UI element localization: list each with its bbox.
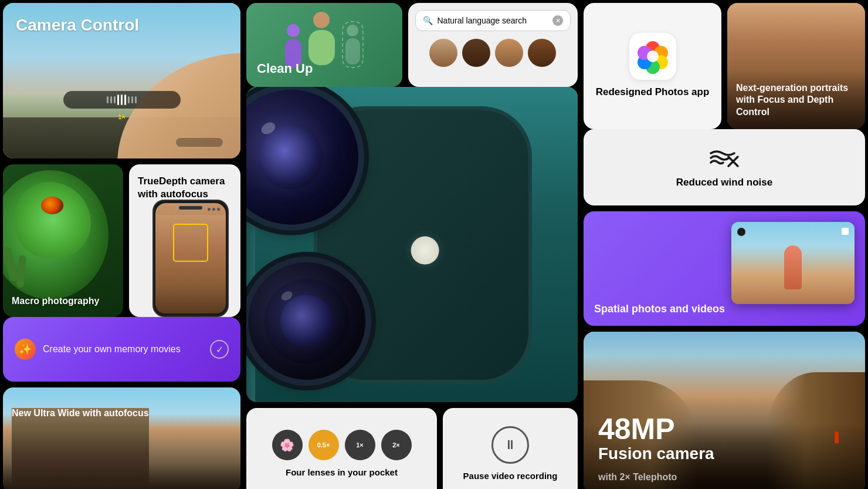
wind-icon (708, 146, 741, 172)
search-icon: 🔍 (423, 16, 433, 25)
photos-flower-icon (634, 38, 672, 75)
phone-mockup (152, 200, 229, 317)
face-2 (462, 39, 490, 67)
memory-icon: ✨ (15, 339, 36, 360)
spatial-preview (731, 222, 855, 304)
four-lenses-card[interactable]: 🌸 0.5× 1× 2× Four lenses in your pocket (246, 408, 437, 489)
ultrawide-card[interactable]: New Ultra Wide with autofocus (3, 387, 240, 489)
flower-lens: 🌸 (272, 430, 303, 460)
photos-icon (629, 33, 676, 80)
main-camera-card (246, 87, 578, 402)
right-column: Redesigned Photos app Next-generation po… (581, 0, 868, 489)
one-x-lens: 1× (345, 430, 375, 460)
memory-input-text[interactable]: Create your own memory movies (43, 344, 203, 355)
lens-bottom (248, 262, 365, 380)
face-detection (173, 224, 208, 262)
camera-control-card[interactable]: 1× Camera Control (3, 3, 240, 158)
mp48-title: 48MP Fusion camera (598, 414, 714, 464)
wind-noise-card[interactable]: Reduced wind noise (584, 129, 865, 205)
photos-app-title: Redesigned Photos app (596, 86, 710, 99)
search-bar[interactable]: 🔍 Natural language search ✕ (415, 10, 571, 31)
pause-label: Pause video recording (463, 471, 558, 481)
natural-search-card[interactable]: 🔍 Natural language search ✕ (408, 3, 578, 87)
truedepth-title: TrueDepth camera with autofocus (129, 164, 240, 201)
face-3 (495, 39, 523, 67)
portrait-card[interactable]: Next-generation portraits with Focus and… (727, 3, 865, 129)
left-column: 1× Camera Control Macro photography True… (0, 0, 243, 489)
tiny-person (835, 431, 839, 443)
macro-card[interactable]: Macro photography (3, 164, 123, 317)
photos-app-card[interactable]: Redesigned Photos app (584, 3, 721, 129)
wind-title: Reduced wind noise (676, 177, 772, 188)
zoom-label: 1× (118, 113, 126, 120)
truedepth-card[interactable]: TrueDepth camera with autofocus (129, 164, 240, 317)
spatial-title: Spatial photos and videos (594, 303, 725, 315)
flash-dot (411, 236, 439, 264)
svg-point-6 (647, 50, 659, 62)
ultrawide-title: New Ultra Wide with autofocus (12, 408, 149, 484)
macro-title: Macro photography (12, 296, 99, 306)
camera-slider[interactable] (63, 91, 181, 109)
mp48-main-text: 48MP (598, 414, 714, 444)
search-text: Natural language search (438, 16, 548, 25)
camera-control-title: Camera Control (16, 16, 139, 35)
four-lenses-label: Four lenses in your pocket (286, 467, 398, 477)
portrait-title: Next-generation portraits with Focus and… (736, 82, 859, 119)
two-x-lens: 2× (381, 430, 412, 460)
face-1 (429, 39, 457, 67)
search-clear-icon[interactable]: ✕ (552, 15, 563, 26)
mp48-caption: with 2× Telephoto (598, 472, 677, 483)
mp48-card[interactable]: 48MP Fusion camera with 2× Telephoto (584, 332, 865, 489)
pause-button[interactable]: ⏸ (491, 426, 529, 464)
half-x-lens: 0.5× (308, 430, 339, 460)
cleanup-card[interactable]: Clean Up (246, 3, 402, 87)
center-column: Clean Up 🔍 Natural language search ✕ (243, 0, 581, 489)
memory-check-icon[interactable]: ✓ (210, 340, 229, 359)
mp48-sub-text: Fusion camera (598, 444, 714, 464)
face-4 (528, 39, 556, 67)
memory-movies-card[interactable]: ✨ Create your own memory movies ✓ (3, 317, 240, 382)
pause-card[interactable]: ⏸ Pause video recording (443, 408, 578, 489)
spatial-card[interactable]: Spatial photos and videos (584, 211, 865, 326)
lens-icons: 🌸 0.5× 1× 2× (272, 430, 412, 460)
cleanup-title: Clean Up (257, 61, 313, 76)
